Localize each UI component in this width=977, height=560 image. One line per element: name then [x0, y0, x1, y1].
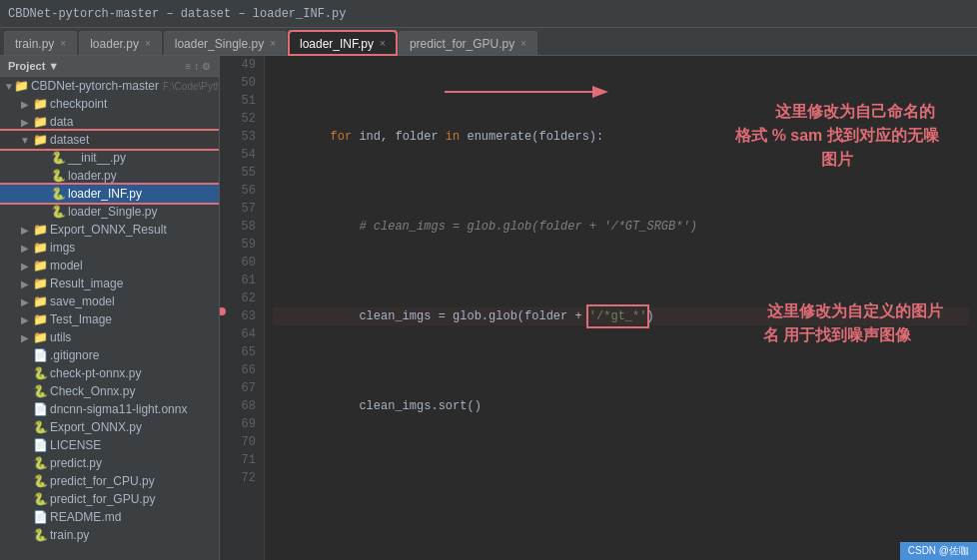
- sidebar-init-label: __init__.py: [68, 151, 126, 165]
- line-68: 68: [220, 397, 256, 415]
- sidebar-item-save-model[interactable]: ▶ 📁 save_model: [0, 292, 219, 310]
- sidebar-item-data[interactable]: ▶ 📁 data: [0, 113, 219, 131]
- sidebar-item-dncnn[interactable]: 📄 dncnn-sigma11-light.onnx: [0, 400, 219, 418]
- checkpoint-folder-icon: 📁: [32, 97, 48, 111]
- sidebar-item-check-onnx[interactable]: 🐍 Check_Onnx.py: [0, 382, 219, 400]
- predict-gpu-py-icon: 🐍: [32, 492, 48, 506]
- sidebar-check-pt-onnx-label: check-pt-onnx.py: [50, 366, 141, 380]
- sidebar-license-label: LICENSE: [50, 438, 101, 452]
- main-layout: Project ▼ ≡ ↕ ⚙ ▼ 📁 CBDNet-pytorch-maste…: [0, 56, 977, 560]
- sidebar-loader-single-label: loader_Single.py: [68, 205, 157, 219]
- checkpoint-arrow: ▶: [18, 99, 32, 110]
- sidebar-data-label: data: [50, 115, 73, 129]
- sidebar-root-path: F:\Code\Python\C: [163, 81, 220, 92]
- sidebar-readme-label: README.md: [50, 510, 121, 524]
- save-model-folder-icon: 📁: [32, 294, 48, 308]
- line-53: 53: [220, 128, 256, 146]
- status-bar: CSDN @佐咖: [900, 542, 977, 560]
- sidebar-item-loader[interactable]: 🐍 loader.py: [0, 167, 219, 185]
- sidebar-item-result-image[interactable]: ▶ 📁 Result_image: [0, 275, 219, 292]
- sidebar-item-readme[interactable]: 📄 README.md: [0, 508, 219, 526]
- line-57: 57: [220, 200, 256, 218]
- code-51-str: '/*gt_*': [589, 307, 647, 325]
- code-line-51: clean_imgs = glob.glob(folder + '/*gt_*'…: [273, 307, 969, 325]
- sidebar-item-predict[interactable]: 🐍 predict.py: [0, 454, 219, 472]
- init-py-icon: 🐍: [50, 151, 66, 165]
- tab-train-close[interactable]: ×: [60, 38, 66, 49]
- line-49: 49: [220, 56, 256, 74]
- data-folder-icon: 📁: [32, 115, 48, 129]
- sidebar-item-dataset[interactable]: ▼ 📁 dataset: [0, 131, 219, 149]
- loader-single-py-icon: 🐍: [50, 205, 66, 219]
- gitignore-file-icon: 📄: [32, 348, 48, 362]
- sidebar-item-utils[interactable]: ▶ 📁 utils: [0, 328, 219, 346]
- sidebar-loader-label: loader.py: [68, 169, 117, 183]
- sidebar-item-gitignore[interactable]: 📄 .gitignore: [0, 346, 219, 364]
- sidebar-checkpoint-label: checkpoint: [50, 97, 107, 111]
- tab-predict-gpu[interactable]: predict_for_GPU.py ×: [399, 31, 537, 55]
- line-61: 61: [220, 272, 256, 289]
- model-folder-icon: 📁: [32, 259, 48, 273]
- sidebar-project-label: Project ▼: [8, 60, 59, 72]
- sidebar-item-loader-inf[interactable]: 🐍 loader_INF.py: [0, 185, 219, 203]
- sidebar-export-onnx-label: Export_ONNX_Result: [50, 223, 167, 237]
- sidebar-item-predict-gpu[interactable]: 🐍 predict_for_GPU.py: [0, 490, 219, 508]
- code-content[interactable]: for ind, folder in enumerate(folders): #…: [265, 56, 977, 560]
- sidebar-item-init[interactable]: 🐍 __init__.py: [0, 149, 219, 167]
- sidebar-item-export-onnx[interactable]: ▶ 📁 Export_ONNX_Result: [0, 221, 219, 239]
- sidebar-item-loader-single[interactable]: 🐍 loader_Single.py: [0, 203, 219, 221]
- sidebar-item-root[interactable]: ▼ 📁 CBDNet-pytorch-master F:\Code\Python…: [0, 77, 219, 95]
- tab-train[interactable]: train.py ×: [4, 31, 77, 55]
- code-49-rest: enumerate(folders):: [460, 128, 603, 146]
- model-arrow: ▶: [18, 261, 32, 272]
- tab-loader-close[interactable]: ×: [145, 38, 151, 49]
- dncnn-file-icon: 📄: [32, 402, 48, 416]
- code-49-in: in: [446, 128, 460, 146]
- imgs-arrow: ▶: [18, 243, 32, 254]
- sidebar-tree: ▼ 📁 CBDNet-pytorch-master F:\Code\Python…: [0, 77, 219, 544]
- sidebar-item-export-onnx-py[interactable]: 🐍 Export_ONNX.py: [0, 418, 219, 436]
- line-54: 54: [220, 146, 256, 164]
- tab-loader-single-close[interactable]: ×: [270, 38, 276, 49]
- tab-loader-single[interactable]: loader_Single.py ×: [164, 31, 287, 55]
- check-pt-onnx-py-icon: 🐍: [32, 366, 48, 380]
- sidebar-item-checkpoint[interactable]: ▶ 📁 checkpoint: [0, 95, 219, 113]
- tab-predict-gpu-label: predict_for_GPU.py: [410, 37, 514, 51]
- title-bar-text: CBDNet-pytorch-master – dataset – loader…: [8, 7, 346, 21]
- sidebar-item-imgs[interactable]: ▶ 📁 imgs: [0, 239, 219, 257]
- sidebar-item-train[interactable]: 🐍 train.py: [0, 526, 219, 544]
- sidebar-item-predict-cpu[interactable]: 🐍 predict_for_CPU.py: [0, 472, 219, 490]
- sidebar-predict-label: predict.py: [50, 456, 102, 470]
- line-67: 67: [220, 379, 256, 397]
- sidebar: Project ▼ ≡ ↕ ⚙ ▼ 📁 CBDNet-pytorch-maste…: [0, 56, 220, 560]
- tab-loader-inf-close[interactable]: ×: [380, 38, 386, 49]
- result-image-folder-icon: 📁: [32, 277, 48, 290]
- sidebar-item-test-image[interactable]: ▶ 📁 Test_Image: [0, 310, 219, 328]
- loader-py-icon: 🐍: [50, 169, 66, 183]
- sidebar-test-image-label: Test_Image: [50, 312, 112, 326]
- sidebar-export-onnx-py-label: Export_ONNX.py: [50, 420, 142, 434]
- tabs-bar: train.py × loader.py × loader_Single.py …: [0, 28, 977, 56]
- predict-cpu-py-icon: 🐍: [32, 474, 48, 488]
- code-49-for: for: [273, 128, 352, 146]
- utils-folder-icon: 📁: [32, 330, 48, 344]
- data-arrow: ▶: [18, 117, 32, 128]
- export-onnx-folder-icon: 📁: [32, 223, 48, 237]
- tab-loader[interactable]: loader.py ×: [79, 31, 162, 55]
- line-60: 60: [220, 254, 256, 272]
- line-72: 72: [220, 469, 256, 487]
- code-line-53: [273, 487, 969, 505]
- code-51-prefix: clean_imgs = glob.glob(folder +: [273, 307, 589, 325]
- sidebar-item-license[interactable]: 📄 LICENSE: [0, 436, 219, 454]
- sidebar-imgs-label: imgs: [50, 241, 75, 255]
- tab-loader-inf[interactable]: loader_INF.py ×: [289, 31, 397, 55]
- tab-predict-gpu-close[interactable]: ×: [520, 38, 526, 49]
- sidebar-item-model[interactable]: ▶ 📁 model: [0, 257, 219, 275]
- sidebar-train-label: train.py: [50, 528, 89, 542]
- dataset-folder-icon: 📁: [32, 133, 48, 147]
- sidebar-item-check-pt-onnx[interactable]: 🐍 check-pt-onnx.py: [0, 364, 219, 382]
- sidebar-check-onnx-label: Check_Onnx.py: [50, 384, 135, 398]
- line-64: 64: [220, 325, 256, 343]
- dataset-arrow: ▼: [18, 135, 32, 146]
- code-52: clean_imgs.sort(): [273, 397, 482, 415]
